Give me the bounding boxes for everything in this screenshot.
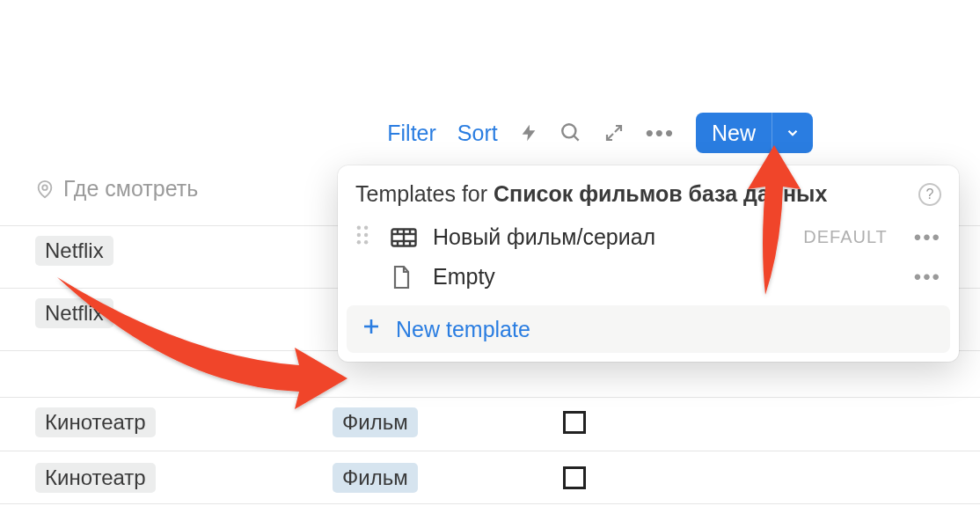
tag-place: Кинотеатр (35, 407, 156, 437)
tag-type: Фильм (333, 463, 418, 493)
sort-button[interactable]: Sort (457, 121, 498, 146)
tag-type: Фильм (333, 407, 418, 437)
popover-title-bold: Список фильмов база данных (494, 181, 827, 207)
template-item-label: Empty (433, 264, 495, 290)
search-icon[interactable] (559, 121, 582, 144)
svg-point-4 (364, 226, 368, 230)
new-button-label: New (696, 113, 772, 153)
popover-header: Templates for Список фильмов база данных… (338, 165, 959, 217)
svg-point-5 (357, 233, 361, 237)
templates-popover: Templates for Список фильмов база данных… (338, 165, 959, 362)
more-icon[interactable]: ••• (646, 121, 675, 144)
svg-point-7 (357, 240, 361, 244)
location-icon (35, 178, 55, 201)
column-header-place[interactable]: Где смотреть (35, 176, 198, 202)
expand-icon[interactable] (603, 122, 625, 143)
template-item-empty[interactable]: Empty ••• (338, 257, 959, 297)
page-icon (391, 265, 417, 290)
template-item-default[interactable]: Новый фильм/сериал DEFAULT ••• (338, 217, 959, 257)
tag-place: Netflix (35, 236, 113, 266)
checkbox[interactable] (563, 411, 586, 434)
new-template-button[interactable]: New template (347, 305, 950, 353)
template-more-icon[interactable]: ••• (914, 227, 941, 248)
filter-button[interactable]: Filter (387, 121, 436, 146)
template-more-icon[interactable]: ••• (914, 267, 941, 288)
tag-place: Кинотеатр (35, 463, 156, 493)
svg-point-3 (357, 226, 361, 230)
plus-icon (361, 316, 382, 342)
new-template-label: New template (396, 317, 530, 342)
default-badge: DEFAULT (803, 227, 888, 247)
bolt-icon[interactable] (519, 121, 538, 145)
column-header-label: Где смотреть (63, 176, 198, 202)
new-button[interactable]: New (696, 113, 813, 153)
chevron-down-icon (785, 125, 801, 141)
svg-point-6 (364, 233, 368, 237)
table-row[interactable]: Кинотеатр Фильм (0, 451, 980, 504)
tag-place: Netflix (35, 298, 113, 328)
popover-title-prefix: Templates for (355, 181, 487, 207)
svg-point-0 (562, 124, 575, 137)
template-item-label: Новый фильм/сериал (433, 224, 655, 250)
table-row[interactable]: Кинотеатр Фильм (0, 397, 980, 447)
film-icon (391, 227, 417, 248)
svg-point-2 (42, 185, 48, 190)
new-button-dropdown[interactable] (772, 113, 813, 153)
database-toolbar: Filter Sort ••• New (0, 113, 980, 153)
drag-handle-icon[interactable] (355, 224, 375, 250)
help-icon[interactable]: ? (918, 183, 941, 206)
checkbox[interactable] (563, 466, 586, 489)
svg-line-1 (574, 136, 578, 140)
svg-point-8 (364, 240, 368, 244)
